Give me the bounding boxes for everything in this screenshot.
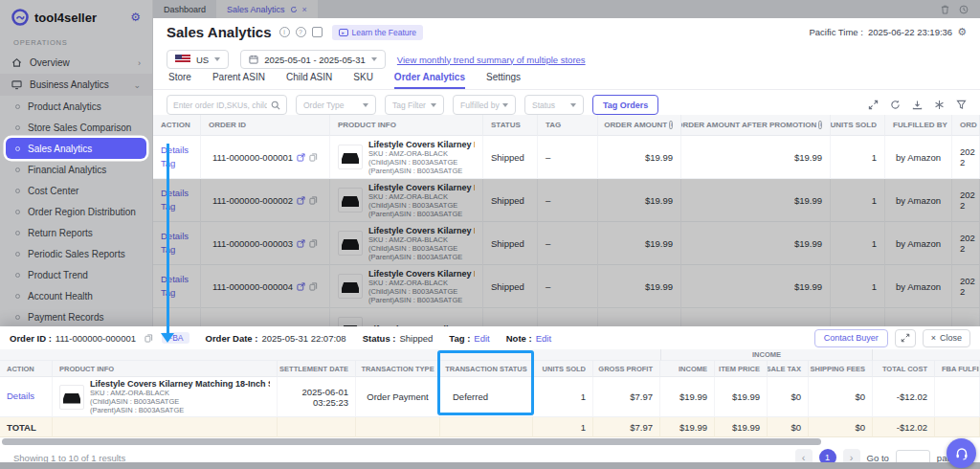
- tab-child-asin[interactable]: Child ASIN: [286, 72, 332, 89]
- tag-link[interactable]: Tag: [161, 286, 192, 300]
- status-select[interactable]: Status: [524, 95, 584, 115]
- copy-icon[interactable]: [309, 239, 318, 248]
- tab-sku[interactable]: SKU: [353, 72, 373, 89]
- sidebar-item-order-region-distribution[interactable]: Order Region Distribution: [0, 201, 152, 222]
- tab-dashboard[interactable]: Dashboard: [153, 0, 216, 18]
- marketplace-select[interactable]: US: [167, 50, 229, 69]
- sidebar-item-product-analytics[interactable]: Product Analytics: [0, 96, 152, 117]
- note-edit-link[interactable]: Edit: [536, 333, 551, 344]
- tag-link[interactable]: Tag: [161, 243, 192, 257]
- copy-icon[interactable]: [309, 153, 318, 162]
- tab-settings[interactable]: Settings: [486, 72, 521, 89]
- details-link[interactable]: Details: [161, 187, 192, 200]
- timezone-gear-icon[interactable]: ⚙: [957, 26, 967, 38]
- close-icon: ×: [931, 333, 936, 343]
- sidebar-item-account-health[interactable]: Account Health: [0, 285, 152, 306]
- info-icon[interactable]: i: [818, 121, 822, 129]
- tab-refresh-icon[interactable]: [290, 6, 298, 13]
- sale-tax-cell: $0: [768, 377, 809, 417]
- monthly-trend-link[interactable]: View monthly trend summary of multiple s…: [397, 55, 586, 65]
- contact-buyer-button[interactable]: Contact Buyer: [814, 329, 888, 347]
- order-amount-cell: $19.99: [598, 222, 681, 265]
- details-link[interactable]: Details: [161, 273, 192, 286]
- sidebar-gear-icon[interactable]: ⚙: [130, 11, 141, 24]
- income-cell: $19.99: [660, 377, 715, 417]
- search-icon[interactable]: [271, 100, 280, 110]
- learn-feature-button[interactable]: ▸ Learn the Feature: [332, 25, 424, 40]
- info-icon[interactable]: i: [279, 27, 290, 37]
- external-link-icon[interactable]: [297, 153, 305, 162]
- feedback-icon[interactable]: [312, 27, 323, 37]
- trash-icon[interactable]: [941, 5, 949, 14]
- external-link-icon[interactable]: [297, 282, 305, 291]
- bullet-icon: [15, 273, 20, 278]
- sidebar-item-product-trend[interactable]: Product Trend: [0, 264, 152, 285]
- chevron-down-icon: ⌄: [133, 80, 141, 90]
- sidebar-item-cost-center[interactable]: Cost Center: [0, 180, 152, 201]
- expand-icon[interactable]: [868, 100, 879, 110]
- history-clock-icon[interactable]: [959, 5, 969, 14]
- details-link[interactable]: Details: [161, 230, 192, 243]
- fulfilled-by-select[interactable]: Fulfilled by: [453, 95, 516, 115]
- filter-funnel-icon[interactable]: [956, 100, 967, 110]
- copy-icon[interactable]: [309, 282, 318, 291]
- tab-order-analytics[interactable]: Order Analytics: [394, 72, 465, 89]
- sidebar-item-payment-records[interactable]: Payment Records: [0, 306, 152, 327]
- tag-filter-placeholder: Tag Filter: [392, 100, 426, 110]
- chevron-down-icon: [214, 57, 220, 61]
- copy-icon[interactable]: [145, 334, 153, 343]
- fulfilled-by-cell: by Amazon: [885, 179, 952, 222]
- support-chat-button[interactable]: [947, 438, 976, 468]
- tab-close-icon[interactable]: ×: [302, 5, 307, 14]
- settlement-date-cell: 2025-06-0103:25:23: [278, 377, 356, 417]
- horizontal-scrollbar[interactable]: [2, 438, 821, 445]
- info-icon[interactable]: i: [669, 121, 673, 129]
- sidebar-item-financial-analytics[interactable]: Financial Analytics: [0, 159, 152, 180]
- tag-edit-link[interactable]: Edit: [474, 333, 489, 344]
- help-icon[interactable]: ?: [296, 27, 306, 37]
- refresh-icon[interactable]: [890, 100, 901, 110]
- col-order-date: ORD: [952, 115, 980, 136]
- product-thumbnail: [338, 274, 363, 299]
- close-panel-button[interactable]: ×Close: [923, 329, 970, 347]
- tab-sales-analytics[interactable]: Sales Analytics ×: [216, 0, 318, 18]
- note-label: Note :: [506, 333, 532, 344]
- view-tabs: Store Parent ASIN Child ASIN SKU Order A…: [153, 72, 980, 90]
- order-type-select[interactable]: Order Type: [296, 95, 376, 115]
- freeze-columns-icon[interactable]: [934, 100, 945, 110]
- sidebar-item-periodic-sales-reports[interactable]: Periodic Sales Reports: [0, 243, 152, 264]
- product-name: Lifestyle Covers Kilarney Mat...: [368, 183, 475, 192]
- external-link-icon[interactable]: [297, 196, 305, 205]
- sidebar-item-overview[interactable]: Overview ›: [0, 52, 152, 74]
- order-search-input[interactable]: [173, 100, 267, 110]
- date-range-picker[interactable]: 2025-05-01 - 2025-05-31: [240, 50, 386, 69]
- copy-icon[interactable]: [309, 196, 318, 205]
- calendar-icon: [249, 55, 258, 64]
- product-info-cell: Lifestyle Covers Kilarney Mat...: [330, 308, 483, 326]
- orders-table-header: ACTION ORDER ID PRODUCT INFO STATUS TAG …: [153, 115, 980, 136]
- expand-panel-button[interactable]: [895, 329, 916, 347]
- external-link-icon[interactable]: [297, 239, 305, 248]
- chevron-down-icon: [431, 103, 436, 107]
- tag-link[interactable]: Tag: [161, 200, 192, 213]
- tag-filter-select[interactable]: Tag Filter: [385, 95, 444, 115]
- tab-parent-asin[interactable]: Parent ASIN: [212, 72, 265, 89]
- col-tag: TAG: [538, 115, 598, 136]
- timezone-value: 2025-06-22 23:19:36: [868, 27, 952, 37]
- details-link[interactable]: Details: [161, 144, 192, 157]
- product-name: Lifestyle Covers Kilarney Mat...: [368, 269, 475, 279]
- tab-store[interactable]: Store: [168, 72, 191, 89]
- sidebar-item-store-sales-comparison[interactable]: Store Sales Comparison: [0, 117, 152, 138]
- order-id-cell: 111-000000-000001: [201, 136, 330, 179]
- download-icon[interactable]: [912, 100, 923, 110]
- tag-link[interactable]: Tag: [161, 157, 192, 170]
- tag-orders-button[interactable]: Tag Orders: [592, 95, 658, 115]
- col-status: STATUS: [483, 115, 538, 136]
- order-id: 111-000000-000003: [212, 238, 293, 249]
- col-transaction-status: TRANSACTION STATUS: [440, 361, 533, 377]
- sidebar-item-business-analytics[interactable]: Business Analytics ⌄: [0, 74, 152, 96]
- sidebar-item-sales-analytics[interactable]: Sales Analytics: [6, 138, 146, 159]
- details-link[interactable]: Details: [7, 390, 45, 403]
- total-income: $19.99: [660, 417, 715, 437]
- sidebar-item-return-reports[interactable]: Return Reports: [0, 222, 152, 243]
